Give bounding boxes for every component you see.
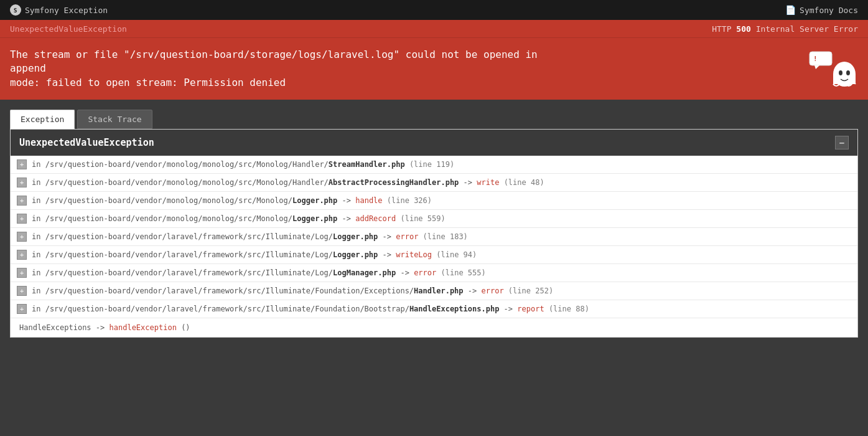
docs-label: Symfony Docs [800,6,858,15]
table-row: + in /srv/question-board/vendor/laravel/… [11,264,857,282]
trace-text: in /srv/question-board/vendor/monolog/mo… [32,177,851,188]
tab-exception[interactable]: Exception [10,110,75,129]
table-row: + in /srv/question-board/vendor/monolog/… [11,156,857,174]
brand-label: Symfony Exception [25,6,108,15]
exception-panel-title: UnexpectedValueException [19,137,154,148]
trace-last-row: HandleExceptions -> handleException () [11,318,857,337]
book-icon: 📄 [785,5,796,15]
svg-marker-4 [814,65,819,69]
exception-type: UnexpectedValueException [10,24,127,34]
http-code: 500 [736,24,750,34]
last-row-class: HandleExceptions [19,323,91,332]
expand-icon[interactable]: + [17,250,27,260]
table-row: + in /srv/question-board/vendor/laravel/… [11,300,857,318]
table-row: + in /srv/question-board/vendor/monolog/… [11,192,857,210]
svg-point-8 [846,70,850,75]
table-row: + in /srv/question-board/vendor/laravel/… [11,246,857,264]
expand-icon[interactable]: + [17,178,27,187]
table-row: + in /srv/question-board/vendor/monolog/… [11,174,857,192]
svg-text:S: S [14,7,17,14]
trace-text: in /srv/question-board/vendor/laravel/fr… [32,303,851,315]
trace-text: in /srv/question-board/vendor/laravel/fr… [32,231,851,242]
error-type-bar: UnexpectedValueException HTTP 500 Intern… [0,20,868,37]
svg-text:!: ! [813,55,818,63]
trace-text: in /srv/question-board/vendor/monolog/mo… [32,213,851,224]
http-label: HTTP [712,24,731,34]
trace-text: in /srv/question-board/vendor/monolog/mo… [32,159,851,170]
last-row-method: handleException [110,323,177,332]
tab-stack-trace[interactable]: Stack Trace [77,110,152,129]
error-message: The stream or file "/srv/question-board/… [10,48,570,90]
collapse-button[interactable]: − [835,136,849,149]
table-row: + in /srv/question-board/vendor/monolog/… [11,210,857,228]
brand-logo: S Symfony Exception [10,4,108,16]
trace-text: in /srv/question-board/vendor/laravel/fr… [32,285,851,296]
error-banner: The stream or file "/srv/question-board/… [0,37,868,100]
expand-icon[interactable]: + [17,304,27,314]
table-row: + in /srv/question-board/vendor/laravel/… [11,282,857,300]
exception-panel: UnexpectedValueException − + in /srv/que… [10,129,858,338]
trace-rows-container: + in /srv/question-board/vendor/monolog/… [11,156,857,337]
svg-point-7 [839,70,842,75]
http-message: Internal Server Error [756,24,858,34]
http-status: HTTP 500 Internal Server Error [712,24,858,34]
expand-icon[interactable]: + [17,214,27,224]
symfony-logo-icon: S [10,4,21,16]
table-row: + in /srv/question-board/vendor/laravel/… [11,228,857,246]
tabs-container: Exception Stack Trace [0,100,868,129]
expand-icon[interactable]: + [17,286,27,296]
expand-icon[interactable]: + [17,232,27,242]
expand-icon[interactable]: + [17,159,27,169]
ghost-mascot: ! [808,50,858,88]
expand-icon[interactable]: + [17,268,27,278]
trace-text: in /srv/question-board/vendor/monolog/mo… [32,195,851,206]
expand-icon[interactable]: + [17,196,27,206]
trace-text: in /srv/question-board/vendor/laravel/fr… [32,267,851,278]
top-navbar: S Symfony Exception 📄 Symfony Docs [0,0,868,20]
trace-text: in /srv/question-board/vendor/laravel/fr… [32,249,851,260]
exception-panel-header: UnexpectedValueException − [11,130,857,156]
docs-link[interactable]: 📄 Symfony Docs [785,5,858,15]
